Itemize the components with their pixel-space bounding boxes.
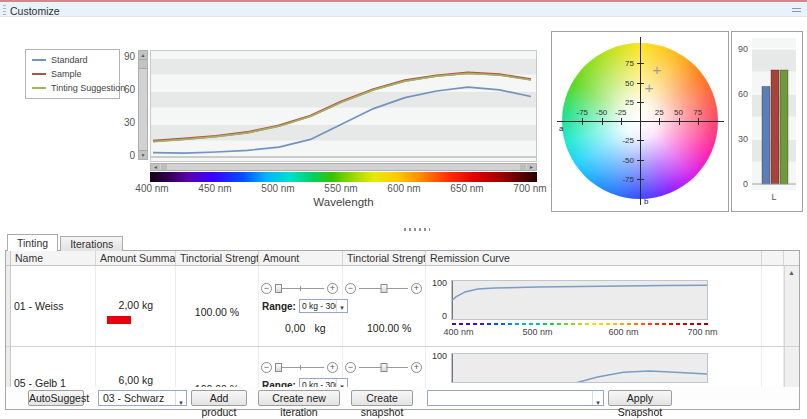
b-axis-line [640, 37, 641, 205]
scroll-up-icon[interactable]: ▲ [139, 51, 147, 60]
column-header-name[interactable]: Name [11, 251, 96, 265]
add-product-button[interactable]: Add product [191, 390, 247, 406]
empty-cell [762, 347, 784, 387]
customize-toolbar: Customize [0, 0, 807, 17]
toolbar-overflow-icon[interactable] [792, 8, 801, 14]
strength-slider-thumb[interactable] [380, 284, 387, 293]
amount-value[interactable]: 0,00 [285, 322, 305, 334]
product-name: 05 - Gelb 1 [14, 377, 66, 387]
decrease-amount-icon[interactable] [261, 362, 272, 373]
tab-iterations[interactable]: Iterations [60, 236, 123, 251]
range-combo-value: 0 kg - 300 l [300, 300, 336, 312]
x-tick-label: 600 nm [608, 327, 638, 337]
scroll-right-icon[interactable]: ► [527, 164, 536, 170]
y-tick-label: 0 [442, 311, 447, 321]
b-tick-label: 25 [625, 98, 634, 107]
panel-splitter-handle[interactable] [404, 228, 430, 231]
apply-snapshot-button[interactable]: Apply Snapshot [608, 390, 672, 406]
a-axis-tick [698, 118, 699, 125]
autosuggest-button[interactable]: AutoSuggest [28, 390, 84, 406]
tinctorial-strength-slider[interactable] [345, 282, 422, 294]
strength-slider-track[interactable] [359, 367, 408, 368]
a-axis-tick [679, 118, 680, 125]
a-tick-label: 25 [655, 108, 664, 117]
snapshot-combo[interactable] [427, 390, 604, 406]
range-row: Range: 0 kg - 300 l [262, 378, 348, 387]
scrollbar-thumb[interactable] [520, 164, 526, 170]
table-row[interactable]: 05 - Gelb 1 6,00 kg 100.00 % [6, 347, 799, 387]
spectral-vertical-scrollbar[interactable]: ▲ ▼ [138, 50, 148, 160]
slider-center-tick [300, 365, 301, 370]
range-combo[interactable]: 0 kg - 300 l [299, 299, 348, 313]
amount-slider[interactable] [261, 361, 338, 373]
increase-strength-icon[interactable] [411, 283, 422, 294]
product-name-cell: 01 - Weiss [11, 266, 96, 346]
amount-slider-thumb[interactable] [275, 363, 282, 372]
color-position-marker[interactable]: + [645, 80, 654, 95]
toolbar-grip-icon[interactable] [3, 5, 6, 16]
scrollbar-thumb[interactable] [139, 60, 147, 69]
column-header-tinctorial-strength-summary[interactable]: Tinctorial Strength Su... [176, 251, 259, 265]
amount-unit: kg [314, 322, 325, 334]
amount-slider[interactable] [261, 282, 338, 294]
legend-label: Sample [51, 69, 82, 79]
amount-slider-thumb[interactable] [275, 284, 282, 293]
x-tick-label: 650 nm [450, 183, 483, 194]
scroll-up-icon[interactable]: ▲ [788, 269, 795, 276]
scrollbar-thumb[interactable] [161, 164, 167, 170]
sample-line-swatch [32, 73, 46, 75]
amount-summary-value: 6,00 kg [119, 374, 153, 386]
column-header-amount-summary[interactable]: Amount Summary [96, 251, 176, 265]
chevron-down-icon[interactable] [175, 391, 186, 405]
spectral-horizontal-scrollbar[interactable]: ◄ ► [150, 163, 537, 171]
table-scrollbar[interactable] [784, 347, 799, 387]
lab-color-wheel-panel: a b -75-75-50-50-25-25252550507575++ [551, 31, 729, 212]
lightness-y-axis: 0306090 [732, 38, 750, 190]
lightness-chart-panel: 0306090 L [731, 31, 803, 212]
amount-slider-track[interactable] [275, 367, 324, 368]
increase-strength-icon[interactable] [411, 362, 422, 373]
increase-amount-icon[interactable] [327, 283, 338, 294]
product-combo[interactable]: 03 - Schwarz [98, 390, 187, 406]
create-snapshot-button[interactable]: Create snapshot [351, 390, 413, 406]
wavelength-axis-title: Wavelength [150, 196, 537, 208]
a-axis-tick [602, 118, 603, 125]
tinctorial-summary-cell: 100.00 % [176, 266, 259, 346]
x-tick-label: 400 nm [135, 183, 168, 194]
tinctorial-strength-value: 100.00 % [367, 322, 411, 334]
decrease-amount-icon[interactable] [261, 283, 272, 294]
y-tick-label: 60 [112, 84, 135, 95]
color-position-marker[interactable]: + [653, 62, 662, 77]
b-axis-tick [637, 160, 644, 161]
x-tick-label: 600 nm [387, 183, 420, 194]
x-tick-label: 700 nm [513, 183, 546, 194]
column-header-remission-curve[interactable]: Remission Curve [426, 251, 762, 265]
tinctorial-strength-slider[interactable] [345, 361, 422, 373]
range-combo[interactable]: 0 kg - 300 l [299, 378, 348, 387]
amount-slider-track[interactable] [275, 288, 324, 289]
y-tick-label: 100 [432, 278, 447, 288]
remission-plot [451, 280, 708, 320]
decrease-strength-icon[interactable] [345, 362, 356, 373]
strength-slider-track[interactable] [359, 288, 408, 289]
column-header-tinctorial-strength[interactable]: Tinctorial Strength [343, 251, 426, 265]
tab-tinting[interactable]: Tinting [7, 234, 58, 251]
strength-slider-thumb[interactable] [380, 363, 387, 372]
y-tick-label: 0 [732, 179, 748, 189]
amount-summary-value: 2,00 kg [119, 299, 153, 311]
create-new-iteration-button[interactable]: Create new iteration [258, 390, 340, 406]
scroll-left-icon[interactable]: ◄ [151, 164, 160, 170]
increase-amount-icon[interactable] [327, 362, 338, 373]
b-tick-label: -75 [622, 175, 634, 184]
table-scrollbar[interactable]: ▲ [784, 266, 799, 346]
column-header-amount[interactable]: Amount [259, 251, 343, 265]
decrease-strength-icon[interactable] [345, 283, 356, 294]
b-tick-label: 75 [625, 59, 634, 68]
a-axis-tick [582, 118, 583, 125]
scroll-down-icon[interactable]: ▼ [139, 150, 147, 159]
table-row[interactable]: 01 - Weiss 2,00 kg 100.00 % [6, 266, 799, 347]
a-tick-label: -50 [596, 108, 608, 117]
customize-label[interactable]: Customize [10, 5, 60, 17]
amount-cell: Range: 0 kg - 300 l 0,00 kg [259, 266, 343, 346]
chevron-down-icon[interactable] [592, 391, 603, 405]
